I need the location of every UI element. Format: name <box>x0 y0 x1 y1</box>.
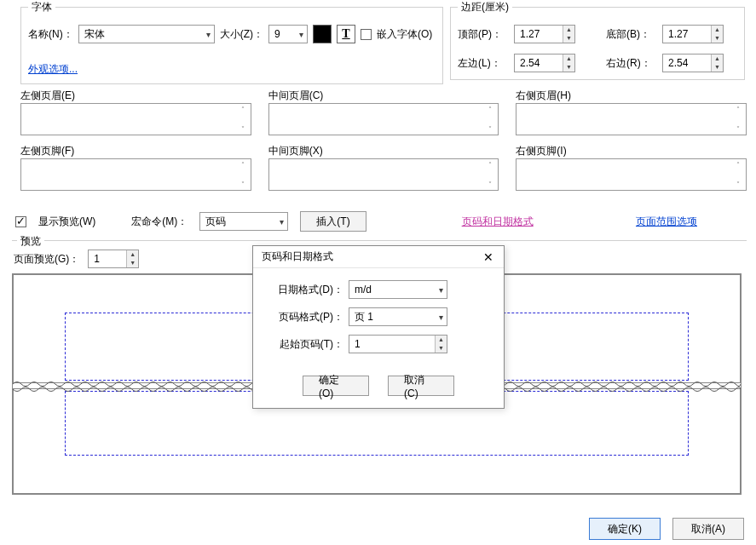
margin-bottom-input[interactable]: 1.27 ▲▼ <box>662 25 724 43</box>
margin-right-label: 右边(R)： <box>606 56 657 71</box>
dialog-title: 页码和日期格式 <box>262 250 333 264</box>
font-size-label: 大小(Z)： <box>220 27 263 42</box>
cancel-button[interactable]: 取消(A) <box>672 518 744 540</box>
underline-icon[interactable]: T <box>337 25 355 43</box>
chevron-down-icon: ▾ <box>439 313 443 322</box>
margin-left-input[interactable]: 2.54 ▲▼ <box>514 54 575 72</box>
date-format-label: 日期格式(D)： <box>267 283 349 297</box>
font-legend: 字体 <box>28 0 55 14</box>
start-page-value: 1 <box>349 336 435 353</box>
header-left-label: 左侧页眉(E) <box>20 89 251 103</box>
footer-center-label: 中间页脚(X) <box>268 144 499 158</box>
margin-bottom-value: 1.27 <box>663 26 711 43</box>
dialog-ok-button[interactable]: 确定(O) <box>303 376 369 396</box>
header-center-input[interactable]: ˄˅ <box>268 103 499 135</box>
page-preview-value: 1 <box>89 250 126 267</box>
page-preview-label: 页面预览(G)： <box>14 252 79 267</box>
header-left-input[interactable]: ˄˅ <box>20 103 251 135</box>
header-right-label: 右侧页眉(H) <box>516 89 747 103</box>
page-range-options-link[interactable]: 页面范围选项 <box>636 215 697 229</box>
macro-label: 宏命令(M)： <box>131 215 188 229</box>
font-name-value: 宋体 <box>84 27 105 42</box>
footer-left-input[interactable]: ˄˅ <box>20 158 251 191</box>
preview-legend: 预览 <box>17 234 44 249</box>
macro-combo[interactable]: 页码 ▾ <box>199 212 288 231</box>
page-format-value: 页 1 <box>355 310 373 324</box>
chevron-down-icon: ▾ <box>299 30 303 39</box>
start-page-input[interactable]: 1 ▲▼ <box>349 335 447 353</box>
embed-font-label: 嵌入字体(O) <box>377 27 432 42</box>
header-right-input[interactable]: ˄˅ <box>516 103 747 135</box>
show-preview-checkbox[interactable] <box>15 216 26 227</box>
dialog-cancel-button[interactable]: 取消(C) <box>388 376 454 396</box>
font-size-combo[interactable]: 9 ▾ <box>268 25 308 43</box>
margin-top-input[interactable]: 1.27 ▲▼ <box>514 25 575 43</box>
margin-right-value: 2.54 <box>663 54 711 72</box>
date-format-combo[interactable]: m/d ▾ <box>349 280 447 299</box>
margin-left-label: 左边(L)： <box>458 56 509 71</box>
ok-button[interactable]: 确定(K) <box>589 518 661 540</box>
chevron-down-icon: ▾ <box>280 217 284 227</box>
page-format-combo[interactable]: 页 1 ▾ <box>349 307 447 326</box>
page-date-format-link[interactable]: 页码和日期格式 <box>462 215 534 229</box>
page-date-format-dialog: 页码和日期格式 ✕ 日期格式(D)： m/d ▾ 页码格式(P)： 页 1 ▾ … <box>252 245 505 409</box>
page-format-label: 页码格式(P)： <box>267 310 349 324</box>
margin-top-value: 1.27 <box>515 26 563 43</box>
footer-left-label: 左侧页脚(F) <box>20 144 251 158</box>
font-name-combo[interactable]: 宋体 ▾ <box>78 25 215 43</box>
margin-top-label: 顶部(P)： <box>458 27 509 42</box>
header-center-label: 中间页眉(C) <box>268 89 499 103</box>
insert-button[interactable]: 插入(T) <box>300 211 366 232</box>
font-size-value: 9 <box>274 28 280 40</box>
margins-legend: 边距(厘米) <box>458 0 512 14</box>
chevron-down-icon: ▾ <box>206 30 211 39</box>
footer-right-input[interactable]: ˄˅ <box>516 158 747 191</box>
footer-right-label: 右侧页脚(I) <box>516 144 747 158</box>
footer-center-input[interactable]: ˄˅ <box>268 158 499 191</box>
page-preview-input[interactable]: 1 ▲▼ <box>88 250 139 268</box>
margin-bottom-label: 底部(B)： <box>606 27 657 42</box>
chevron-down-icon: ▾ <box>439 285 443 295</box>
font-name-label: 名称(N)： <box>28 27 73 42</box>
macro-value: 页码 <box>205 215 226 229</box>
embed-font-checkbox[interactable] <box>361 29 372 40</box>
margin-right-input[interactable]: 2.54 ▲▼ <box>662 54 724 72</box>
show-preview-label: 显示预览(W) <box>38 215 95 229</box>
appearance-options-link[interactable]: 外观选项... <box>28 63 78 75</box>
start-page-label: 起始页码(T)： <box>267 337 349 352</box>
font-color-swatch[interactable] <box>313 25 332 43</box>
close-icon[interactable]: ✕ <box>478 249 499 266</box>
margin-left-value: 2.54 <box>515 54 563 72</box>
date-format-value: m/d <box>355 284 372 295</box>
